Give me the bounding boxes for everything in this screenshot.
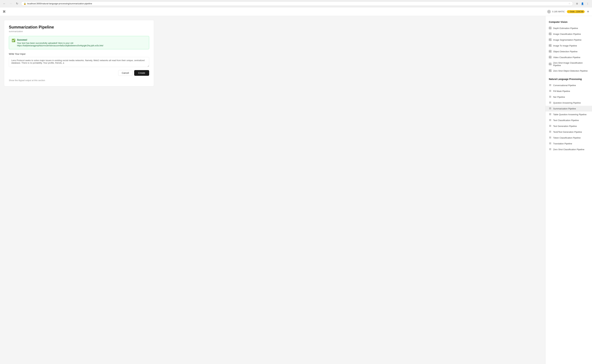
list-icon: [549, 107, 552, 110]
back-button[interactable]: ←: [2, 1, 7, 6]
sidebar-nlp-item-label-9: Token Classification Pipeline: [553, 136, 581, 139]
top-bar-left: ⌘: [3, 10, 6, 13]
wallet-matic-amount: 0.185 MATIC: [552, 10, 565, 13]
camera-icon: [549, 56, 552, 59]
sidebar-cv-item-5[interactable]: Video Classification Pipeline: [545, 54, 592, 60]
text-input[interactable]: Lens Protocol seeks to solve major issue…: [9, 57, 149, 67]
list-icon: [549, 95, 552, 98]
sidebar-nlp-item-label-5: Table Question Answering Pipeline: [553, 113, 586, 116]
computer-vision-items: Depth Estimation Pipeline Image Classifi…: [545, 25, 592, 74]
output-label: Show the lilypad output at this section: [9, 79, 149, 82]
profile-icon[interactable]: 👤: [580, 1, 585, 6]
top-bar: ⌘ ⬡ 0.185 MATIC 0xde...229C5B ☀: [0, 7, 592, 16]
success-icon: ✅: [12, 39, 15, 42]
sidebar-nlp-item-4[interactable]: Summarization Pipeline: [545, 106, 592, 111]
browser-chrome: ← → ↻ 🔒 localhost:3000/natural-language-…: [0, 0, 592, 7]
wallet-dot: [568, 11, 570, 12]
sidebar-nlp-item-1[interactable]: Fill Mask Pipeline: [545, 88, 592, 94]
sidebar-cv-item-label-0: Depth Estimation Pipeline: [553, 27, 578, 29]
sidebar-cv-item-label-5: Video Classification Pipeline: [553, 56, 580, 58]
sidebar-cv-item-2[interactable]: Image Segmentation Pipeline: [545, 37, 592, 43]
reload-button[interactable]: ↻: [15, 1, 19, 6]
page-subtitle: summarization: [9, 30, 149, 33]
camera-icon: [549, 69, 552, 72]
sidebar-cv-item-label-4: Object Detection Pipeline: [553, 50, 578, 53]
sidebar-nlp-item-label-10: Translation Pipeline: [553, 142, 572, 145]
sidebar-divider: [545, 74, 592, 76]
sidebar-nlp-item-label-3: Question Answering Pipeline: [553, 102, 581, 104]
sidebar-nlp-item-label-7: Text Generation Pipeline: [553, 125, 577, 127]
sidebar-cv-item-label-1: Image Classification Pipeline: [553, 33, 581, 35]
sidebar-nlp-item-0[interactable]: Conversational Pipeline: [545, 82, 592, 88]
sidebar-cv-item-1[interactable]: Image Classification Pipeline: [545, 31, 592, 37]
sidebar-cv-item-label-3: Image To Image Pipeline: [553, 45, 577, 47]
sidebar-nlp-item-label-2: Ner Pipeline: [553, 96, 565, 98]
list-icon: [549, 90, 552, 93]
sidebar-cv-item-3[interactable]: Image To Image Pipeline: [545, 43, 592, 49]
input-label: Write Your Input: [9, 53, 149, 55]
camera-icon: [549, 38, 552, 41]
sidebar-cv-item-7[interactable]: Zero Shot Object Detection Pipeline: [545, 68, 592, 74]
camera-icon: [549, 50, 552, 53]
sidebar-cv-item-label-6: Zero Shot Image Classification Pipeline: [553, 62, 589, 67]
camera-icon: [549, 27, 552, 30]
top-bar-right: ⬡ 0.185 MATIC 0xde...229C5B ☀: [547, 10, 589, 13]
sidebar-cv-item-6[interactable]: Zero Shot Image Classification Pipeline: [545, 60, 592, 68]
theme-toggle[interactable]: ☀: [587, 10, 589, 13]
security-icon: 🔒: [24, 2, 26, 5]
app-layout: ⌘ ⬡ 0.185 MATIC 0xde...229C5B ☀ Summariz…: [0, 7, 592, 364]
nlp-items: Conversational Pipeline Fill Mask Pipeli…: [545, 82, 592, 152]
nlp-section-title: Natural Language Processing: [545, 76, 592, 82]
main-content: Summarization Pipeline summarization ✅ S…: [0, 16, 592, 364]
create-button[interactable]: Create: [134, 70, 149, 76]
page-title: Summarization Pipeline: [9, 25, 149, 29]
url-text: localhost:3000/natural-language-processi…: [27, 2, 567, 5]
sidebar-nlp-item-label-8: Text2Text Generation Pipeline: [553, 131, 582, 133]
wallet-info: ⬡ 0.185 MATIC: [547, 10, 565, 13]
camera-icon: [549, 63, 552, 66]
sidebar-nlp-item-11[interactable]: Zero Shot Classification Pipeline: [545, 147, 592, 152]
cancel-button[interactable]: Cancel: [118, 70, 133, 76]
camera-icon: [549, 32, 552, 36]
sidebar-nlp-item-label-1: Fill Mask Pipeline: [553, 90, 570, 92]
sidebar-nlp-item-label-6: Text Classification Pipeline: [553, 119, 579, 122]
menu-icon[interactable]: ⌘: [3, 10, 6, 13]
wallet-badge[interactable]: 0xde...229C5B: [567, 10, 585, 13]
list-icon: [549, 136, 552, 139]
wallet-network-icon: ⬡: [547, 10, 551, 13]
list-icon: [549, 130, 552, 134]
page-card: Summarization Pipeline summarization ✅ S…: [4, 20, 154, 86]
sidebar-nlp-item-label-11: Zero Shot Classification Pipeline: [553, 148, 584, 151]
sidebar-nlp-item-3[interactable]: Question Answering Pipeline: [545, 100, 592, 106]
sidebar-nlp-item-label-0: Conversational Pipeline: [553, 84, 576, 87]
list-icon: [549, 101, 552, 104]
sidebar-nlp-item-7[interactable]: Text Generation Pipeline: [545, 123, 592, 129]
right-sidebar: Computer Vision Depth Estimation Pipelin…: [545, 16, 592, 364]
browser-toolbar-icons: ⚙ 👤 ⋮: [575, 1, 590, 6]
sidebar-nlp-item-2[interactable]: Ner Pipeline: [545, 94, 592, 100]
success-content: Success! Your text has been successfully…: [17, 39, 146, 47]
sidebar-nlp-item-5[interactable]: Table Question Answering Pipeline: [545, 111, 592, 117]
sidebar-nlp-item-10[interactable]: Translation Pipeline: [545, 141, 592, 147]
sidebar-nlp-item-8[interactable]: Text2Text Generation Pipeline: [545, 129, 592, 135]
button-row: Cancel Create: [9, 70, 149, 76]
extensions-icon[interactable]: ⚙: [575, 1, 579, 6]
more-icon[interactable]: ⋮: [585, 1, 590, 6]
center-content: Summarization Pipeline summarization ✅ S…: [0, 16, 545, 364]
success-banner: ✅ Success! Your text has been successful…: [9, 36, 149, 49]
sidebar-nlp-item-9[interactable]: Token Classification Pipeline: [545, 135, 592, 141]
list-icon: [549, 119, 552, 122]
sidebar-cv-item-0[interactable]: Depth Estimation Pipeline: [545, 25, 592, 31]
sidebar-cv-item-4[interactable]: Object Detection Pipeline: [545, 49, 592, 54]
camera-icon: [549, 44, 552, 47]
address-bar[interactable]: 🔒 localhost:3000/natural-language-proces…: [21, 1, 573, 6]
sidebar-nlp-item-label-4: Summarization Pipeline: [553, 107, 576, 110]
list-icon: [549, 148, 552, 151]
bookmark-icon: ☆: [568, 2, 571, 5]
sidebar-cv-item-label-7: Zero Shot Object Detection Pipeline: [553, 70, 588, 72]
list-icon: [549, 84, 552, 87]
sidebar-nlp-item-6[interactable]: Text Classification Pipeline: [545, 117, 592, 123]
forward-button[interactable]: →: [8, 1, 13, 6]
success-title: Success!: [17, 39, 146, 41]
list-icon: [549, 142, 552, 145]
